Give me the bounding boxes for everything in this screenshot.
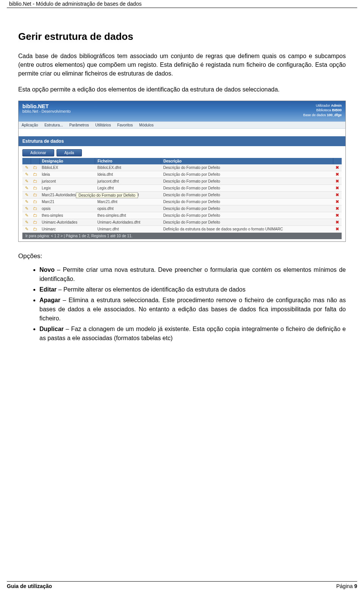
edit-icon[interactable]: ✎ bbox=[25, 179, 28, 183]
options-list: Novo – Permite criar uma nova estrutura.… bbox=[18, 265, 346, 343]
folder-icon[interactable]: 🗀 bbox=[33, 220, 37, 224]
table-row[interactable]: ✎🗀opsisopsis.dfntDescrição do Formato po… bbox=[22, 205, 342, 212]
section-title: Gerir estrutura de dados bbox=[18, 31, 346, 43]
table-row[interactable]: ✎🗀IdeiaIdeia.dfntDescrição do Formato po… bbox=[22, 171, 342, 178]
menu-item[interactable]: Parâmetros bbox=[69, 123, 89, 127]
cell-ficheiro: juriscont.dfnt bbox=[95, 178, 161, 184]
cell-ficheiro: Unimarc.dfnt bbox=[95, 225, 161, 232]
cell-descricao: Descrição do Formato por Defeito bbox=[161, 178, 333, 184]
table-row[interactable]: ✎🗀LegixLegix.dfntDescrição do Formato po… bbox=[22, 184, 342, 191]
folder-icon[interactable]: 🗀 bbox=[33, 227, 37, 231]
menu-item[interactable]: Módulos bbox=[139, 123, 154, 127]
delete-icon[interactable]: ✖ bbox=[336, 206, 339, 211]
intro-paragraph-1: Cada base de dados bibliográficos tem as… bbox=[18, 52, 346, 78]
table-row[interactable]: ✎🗀UnimarcUnimarc.dfntDefinição da estrut… bbox=[22, 225, 342, 232]
folder-icon[interactable]: 🗀 bbox=[33, 199, 37, 204]
intro-paragraph-2: Esta opção permite a edição dos elemento… bbox=[18, 85, 346, 94]
delete-icon[interactable]: ✖ bbox=[336, 165, 339, 170]
page-footer: Guia de utilização Página 9 bbox=[7, 581, 357, 589]
cell-designacao: juriscont bbox=[39, 178, 95, 184]
cell-descricao: Descrição do Formato por Defeito bbox=[161, 198, 333, 205]
folder-icon[interactable]: 🗀 bbox=[33, 179, 37, 183]
edit-icon[interactable]: ✎ bbox=[25, 172, 28, 177]
cell-designacao: thes-simples bbox=[39, 212, 95, 219]
delete-icon[interactable]: ✖ bbox=[336, 220, 339, 224]
footer-right: Página 9 bbox=[336, 583, 357, 589]
options-title: Opções: bbox=[18, 252, 346, 260]
app-brand: biblio.NET bbox=[22, 103, 71, 109]
app-screenshot: biblio.NET biblio.Net - Desenvolvimento … bbox=[18, 101, 346, 242]
list-item: Duplicar – Faz a clonagem de um modelo j… bbox=[39, 325, 346, 343]
folder-icon[interactable]: 🗀 bbox=[33, 186, 37, 190]
cell-designacao: Marc21 bbox=[39, 198, 95, 205]
menu-item[interactable]: Utilitários bbox=[95, 123, 111, 127]
cell-descricao: Descrição do Formato por Defeito bbox=[161, 212, 333, 219]
delete-icon[interactable]: ✖ bbox=[336, 172, 339, 177]
table-row[interactable]: ✎🗀Marc21-AutoridadesDescrição do Formato… bbox=[22, 191, 342, 198]
cell-descricao: Descrição do Formato por Defeito bbox=[161, 171, 333, 178]
cell-ficheiro: thes-simples.dfnt bbox=[95, 212, 161, 219]
table-row[interactable]: ✎🗀Unimarc-AutoridadesUnimarc-Autoridades… bbox=[22, 219, 342, 225]
table-row[interactable]: ✎🗀juriscontjuriscont.dfntDescrição do Fo… bbox=[22, 178, 342, 184]
tooltip: Descrição do Formato por Defeito bbox=[76, 192, 138, 198]
cell-descricao: Definição da estrutura da base de dados … bbox=[161, 225, 333, 232]
delete-icon[interactable]: ✖ bbox=[336, 186, 339, 190]
edit-icon[interactable]: ✎ bbox=[25, 192, 28, 197]
header-text: biblio.Net - Módulo de administração de … bbox=[9, 1, 141, 7]
cell-designacao: BiblioLEX bbox=[39, 164, 95, 171]
col-ficheiro[interactable]: Ficheiro bbox=[95, 158, 161, 164]
app-user-info: Utilizador Admin Biblioteca BIB00 Base d… bbox=[303, 103, 342, 118]
folder-icon[interactable]: 🗀 bbox=[33, 172, 37, 177]
cell-ficheiro: Marc21.dfnt bbox=[95, 198, 161, 205]
cell-ficheiro: opsis.dfnt bbox=[95, 205, 161, 212]
edit-icon[interactable]: ✎ bbox=[25, 220, 28, 224]
list-item: Novo – Permite criar uma nova estrutura.… bbox=[39, 265, 346, 284]
edit-icon[interactable]: ✎ bbox=[25, 213, 28, 218]
cell-descricao: Descrição do Formato por Defeito bbox=[161, 164, 333, 171]
cell-descricao: Descrição do Formato por Defeito bbox=[161, 219, 333, 225]
delete-icon[interactable]: ✖ bbox=[336, 192, 339, 197]
table-row[interactable]: ✎🗀Marc21Marc21.dfntDescrição do Formato … bbox=[22, 198, 342, 205]
cell-ficheiro: BiblioLEX.dfnt bbox=[95, 164, 161, 171]
cell-ficheiro: Unimarc-Autoridades.dfnt bbox=[95, 219, 161, 225]
edit-icon[interactable]: ✎ bbox=[25, 186, 28, 190]
col-designacao[interactable]: Designação bbox=[39, 158, 95, 164]
cell-ficheiro: Ideia.dfnt bbox=[95, 171, 161, 178]
edit-icon[interactable]: ✎ bbox=[25, 227, 28, 231]
delete-icon[interactable]: ✖ bbox=[336, 227, 339, 231]
cell-designacao: Ideia bbox=[39, 171, 95, 178]
edit-icon[interactable]: ✎ bbox=[25, 206, 28, 211]
delete-icon[interactable]: ✖ bbox=[336, 199, 339, 204]
delete-icon[interactable]: ✖ bbox=[336, 179, 339, 183]
help-button[interactable]: Ajuda bbox=[56, 149, 82, 156]
list-item: Editar – Permite alterar os elementos de… bbox=[39, 285, 346, 294]
edit-icon[interactable]: ✎ bbox=[25, 165, 28, 170]
footer-left: Guia de utilização bbox=[7, 583, 52, 589]
menu-item[interactable]: Favoritos bbox=[117, 123, 133, 127]
page-header: biblio.Net - Módulo de administração de … bbox=[7, 0, 357, 8]
col-descricao[interactable]: Descrição bbox=[161, 158, 333, 164]
app-topbar: biblio.NET biblio.Net - Desenvolvimento … bbox=[19, 101, 345, 121]
cell-designacao: Unimarc-Autoridades bbox=[39, 219, 95, 225]
cell-ficheiro: Legix.dfnt bbox=[95, 184, 161, 191]
cell-designacao: Unimarc bbox=[39, 225, 95, 232]
folder-icon[interactable]: 🗀 bbox=[33, 206, 37, 211]
add-button[interactable]: Adicionar bbox=[22, 149, 54, 156]
app-menubar[interactable]: Aplicação Estrutura... Parâmetros Utilit… bbox=[19, 121, 345, 129]
data-grid: Designação Ficheiro Descrição ✎🗀BiblioLE… bbox=[22, 158, 342, 233]
toolbar: Adicionar Ajuda bbox=[19, 146, 345, 156]
table-row[interactable]: ✎🗀thes-simplesthes-simples.dfntDescrição… bbox=[22, 212, 342, 219]
menu-item[interactable]: Aplicação bbox=[22, 123, 38, 127]
delete-icon[interactable]: ✖ bbox=[336, 213, 339, 218]
folder-icon[interactable]: 🗀 bbox=[33, 192, 37, 197]
folder-icon[interactable]: 🗀 bbox=[33, 165, 37, 170]
folder-icon[interactable]: 🗀 bbox=[33, 213, 37, 218]
menu-item[interactable]: Estrutura... bbox=[44, 123, 63, 127]
table-row[interactable]: ✎🗀BiblioLEXBiblioLEX.dfntDescrição do Fo… bbox=[22, 164, 342, 171]
cell-descricao: Descrição do Formato por Defeito bbox=[161, 205, 333, 212]
cell-designacao: Marc21-AutoridadesDescrição do Formato p… bbox=[39, 191, 95, 198]
grid-pager[interactable]: Ir para página: < 1 2 > | Página 1 de 2,… bbox=[22, 233, 342, 239]
section-bar: Estrutura de dados bbox=[19, 136, 345, 146]
edit-icon[interactable]: ✎ bbox=[25, 199, 28, 204]
cell-descricao: Descrição do Formato por Defeito bbox=[161, 184, 333, 191]
